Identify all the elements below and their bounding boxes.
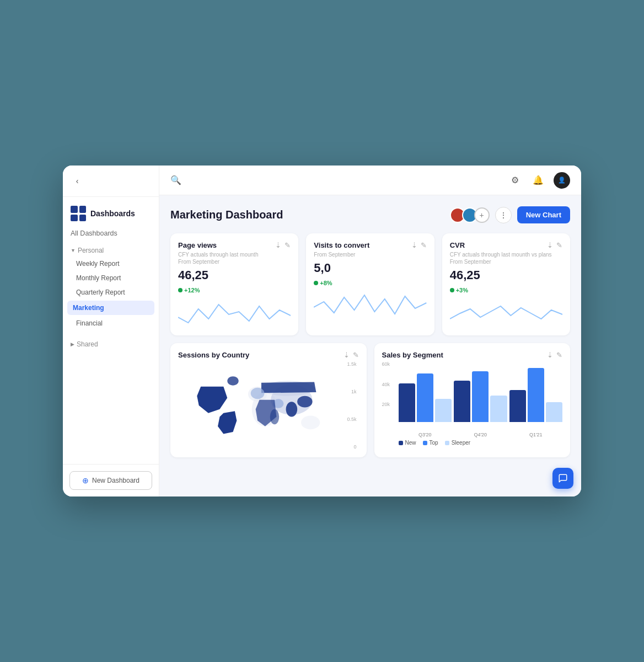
sessions-card-header: Sessions by Country ⇣ ✎ bbox=[178, 351, 359, 359]
card-from-3: From September bbox=[450, 259, 562, 265]
sessions-card: Sessions by Country ⇣ ✎ bbox=[170, 343, 367, 457]
more-options-button[interactable]: ⋮ bbox=[495, 207, 512, 223]
sidebar-item-monthly[interactable]: Monthly Report bbox=[63, 271, 159, 285]
svg-point-6 bbox=[286, 402, 298, 417]
download-icon-1[interactable]: ⇣ bbox=[275, 241, 281, 249]
edit-icon-map[interactable]: ✎ bbox=[353, 351, 359, 359]
edit-icon-3[interactable]: ✎ bbox=[556, 241, 562, 249]
bar-sleeper-q4 bbox=[490, 396, 507, 422]
nav-all-dashboards[interactable]: All Dashboards bbox=[63, 226, 159, 241]
y-20k: 20k bbox=[382, 402, 390, 407]
settings-icon[interactable]: ⚙ bbox=[507, 173, 523, 188]
legend-label-top: Top bbox=[430, 440, 438, 446]
bar-label-q3: Q3'20 bbox=[399, 432, 452, 437]
y-label-0: 0 bbox=[353, 444, 356, 450]
download-icon-2[interactable]: ⇣ bbox=[411, 241, 417, 249]
sessions-card-actions: ⇣ ✎ bbox=[344, 351, 359, 359]
bar-top-q4 bbox=[472, 371, 489, 422]
y-label-1.5k: 1.5k bbox=[347, 361, 356, 367]
sales-card-header: Sales by Segment ⇣ ✎ bbox=[382, 351, 563, 359]
card-actions-2: ⇣ ✎ bbox=[411, 241, 427, 249]
bar-sleeper-q1 bbox=[546, 402, 562, 422]
sidebar-footer: ⊕ New Dashboard bbox=[63, 464, 159, 496]
new-dashboard-label: New Dashboard bbox=[92, 477, 139, 484]
bar-new-q1 bbox=[509, 390, 526, 422]
badge-dot-3 bbox=[450, 288, 454, 292]
topbar-right: ⚙ 🔔 👤 bbox=[507, 172, 570, 189]
sales-card: Sales by Segment ⇣ ✎ 60k 40k 20k bbox=[374, 343, 571, 457]
svg-point-9 bbox=[251, 388, 265, 399]
back-button[interactable]: ‹ bbox=[71, 174, 84, 188]
sidebar-item-quarterly[interactable]: Quarterly Report bbox=[63, 285, 159, 300]
search-icon[interactable]: 🔍 bbox=[170, 175, 181, 185]
new-chart-button[interactable]: New Chart bbox=[517, 206, 570, 223]
bar-new-q4 bbox=[454, 381, 470, 422]
bar-group-q3 bbox=[399, 373, 452, 422]
card-header-2: Visits to convert ⇣ ✎ bbox=[314, 241, 426, 249]
legend-label-new: New bbox=[405, 440, 416, 446]
page-header: Marketing Dashboard + ⋮ New Chart bbox=[170, 206, 570, 223]
bar-chart-wrap: 60k 40k 20k bbox=[382, 361, 563, 437]
sidebar-item-marketing[interactable]: Marketing bbox=[67, 301, 154, 315]
notifications-icon[interactable]: 🔔 bbox=[530, 173, 546, 188]
svg-point-10 bbox=[270, 409, 279, 424]
content-area: Marketing Dashboard + ⋮ New Chart bbox=[159, 195, 581, 496]
download-icon-3[interactable]: ⇣ bbox=[547, 241, 553, 249]
card-badge-2: +8% bbox=[314, 280, 332, 286]
legend-dot-top bbox=[423, 441, 427, 445]
personal-section: ▼ Personal bbox=[63, 241, 159, 257]
cvr-card: CVR ⇣ ✎ CFY actuals through last mounth … bbox=[442, 233, 570, 335]
card-value-2: 5,0 bbox=[314, 261, 426, 275]
chat-fab-button[interactable] bbox=[552, 468, 573, 489]
bar-label-q4: Q4'20 bbox=[454, 432, 507, 437]
sales-card-actions: ⇣ ✎ bbox=[547, 351, 562, 359]
bottom-grid: Sessions by Country ⇣ ✎ bbox=[170, 343, 570, 457]
card-badge-3: +3% bbox=[450, 287, 468, 293]
edit-icon-1[interactable]: ✎ bbox=[285, 241, 291, 249]
sidebar-item-financial[interactable]: Financial bbox=[63, 316, 159, 330]
map-y-axis: 1.5k 1k 0.5k 0 bbox=[347, 361, 356, 450]
legend-dot-new bbox=[399, 441, 403, 445]
bar-group-q4 bbox=[454, 371, 507, 422]
bar-label-q1: Q1'21 bbox=[509, 432, 563, 437]
card-value-3: 46,25 bbox=[450, 268, 562, 282]
world-map-svg bbox=[178, 361, 337, 450]
svg-point-4 bbox=[301, 416, 320, 430]
y-label-0.5k: 0.5k bbox=[347, 417, 356, 422]
page-title: Marketing Dashboard bbox=[170, 209, 283, 221]
chat-icon bbox=[558, 473, 568, 483]
download-icon-sales[interactable]: ⇣ bbox=[547, 351, 553, 359]
edit-icon-2[interactable]: ✎ bbox=[421, 241, 427, 249]
user-avatar[interactable]: 👤 bbox=[554, 172, 570, 189]
bar-top-q1 bbox=[528, 368, 544, 422]
svg-point-7 bbox=[297, 396, 312, 408]
card-header-1: Page views ⇣ ✎ bbox=[178, 241, 291, 249]
shared-section: ▶ Shared bbox=[63, 335, 159, 350]
chart-legend: New Top Sleeper bbox=[399, 440, 563, 446]
edit-icon-sales[interactable]: ✎ bbox=[556, 351, 562, 359]
sidebar-header: ‹ bbox=[63, 166, 159, 197]
legend-sleeper: Sleeper bbox=[445, 440, 470, 446]
dashboards-icon bbox=[71, 206, 86, 221]
new-dashboard-button[interactable]: ⊕ New Dashboard bbox=[69, 471, 152, 490]
download-icon-map[interactable]: ⇣ bbox=[344, 351, 350, 359]
metric-cards-grid: Page views ⇣ ✎ CFY actuals through last … bbox=[170, 233, 570, 335]
avatar-add-button[interactable]: + bbox=[474, 207, 490, 223]
bar-group-q1 bbox=[509, 368, 563, 422]
sidebar-item-weekly[interactable]: Weekly Report bbox=[63, 257, 159, 271]
main-content: 🔍 ⚙ 🔔 👤 Marketing Dashboard + bbox=[159, 166, 581, 496]
card-title-1: Page views bbox=[178, 241, 217, 249]
sidebar-title: Dashboards bbox=[90, 209, 135, 218]
y-label-1k: 1k bbox=[351, 389, 357, 394]
legend-dot-sleeper bbox=[445, 441, 449, 445]
page-views-card: Page views ⇣ ✎ CFY actuals through last … bbox=[170, 233, 298, 335]
bar-chart-container: 60k 40k 20k bbox=[382, 361, 563, 439]
bar-labels: Q3'20 Q4'20 Q1'21 bbox=[399, 432, 563, 437]
map-container: 1.5k 1k 0.5k 0 bbox=[178, 361, 359, 450]
y-60k: 60k bbox=[382, 361, 390, 367]
sales-card-title: Sales by Segment bbox=[382, 351, 443, 359]
card-actions-1: ⇣ ✎ bbox=[275, 241, 291, 249]
sessions-card-title: Sessions by Country bbox=[178, 351, 249, 359]
card-header-3: CVR ⇣ ✎ bbox=[450, 241, 562, 249]
sparkline-3 bbox=[450, 298, 562, 325]
